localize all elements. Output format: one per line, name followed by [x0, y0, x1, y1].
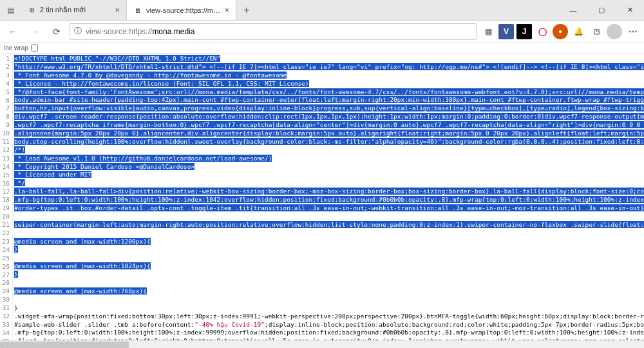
nav-forward-button[interactable]: → — [26, 23, 44, 41]
source-line[interactable]: * Load Awesome v1.1.0 (http://github.dan… — [14, 155, 644, 163]
ext-v-icon[interactable]: V — [498, 24, 514, 39]
toolbar: ← → ⟳ ⓘ view-source:https://mona.media ▦… — [0, 21, 644, 43]
tab-1[interactable]: ⊕ 2 tin nhắn mới × — [21, 0, 127, 20]
tab-2-close-icon[interactable]: × — [224, 5, 229, 15]
titlebar: ▤ ⊕ 2 tin nhắn mới × 🗎 view-source:https… — [0, 0, 644, 21]
source-line[interactable]: * Copyright 2015 Daniel Cardoso <@Daniel… — [14, 163, 644, 171]
tab-strip: ⊕ 2 tin nhắn mới × 🗎 view-source:https:/… — [21, 0, 257, 20]
source-line[interactable]: } — [14, 246, 644, 254]
new-tab-button[interactable]: + — [236, 0, 257, 20]
tab-1-close-icon[interactable]: × — [115, 5, 120, 15]
source-line[interactable]: */@font-face{font-family:'FontAwesome';s… — [14, 88, 644, 97]
source-line[interactable]: .widget-mfa-wrap{position:fixed;bottom:3… — [14, 313, 644, 321]
source-line[interactable]: "http://www.w3.org/TR/xhtml1/DTD/xhtml1-… — [14, 63, 644, 72]
horizontal-scrollbar[interactable] — [0, 340, 644, 348]
url-text: view-source:https://mona.media — [86, 27, 194, 36]
avatar-icon[interactable] — [607, 24, 622, 39]
window-maximize-button[interactable]: ▢ — [587, 0, 616, 20]
tab-2[interactable]: 🗎 view-source:https://mona.media × — [127, 0, 236, 20]
source-view: 1234567891011121314151617181920212223242… — [0, 54, 644, 340]
source-line[interactable]: .wpcf7 .wpcf7-recaptcha iframe{margin-bo… — [14, 121, 644, 130]
window-controls: — ▢ ✕ — [559, 0, 644, 20]
ext-orange-icon[interactable]: ● — [553, 24, 568, 39]
address-bar[interactable]: ⓘ view-source:https://mona.media — [70, 23, 477, 40]
source-line[interactable]: */ — [14, 179, 644, 188]
site-info-icon[interactable]: ⓘ — [74, 26, 82, 37]
linewrap-bar: ine wrap — [0, 43, 644, 54]
nav-reload-button[interactable]: ⟳ — [48, 23, 66, 41]
sidebar-toggle-icon[interactable]: ▤ — [0, 0, 21, 20]
ext-red-icon[interactable]: ◯ — [535, 24, 550, 39]
source-line[interactable] — [14, 213, 644, 221]
source-line[interactable]: @media screen and (max-width:1200px){ — [14, 238, 644, 246]
ext-bell-icon[interactable]: 🔔 — [571, 24, 586, 39]
nav-back-button[interactable]: ← — [4, 23, 22, 41]
linewrap-label: ine wrap — [4, 44, 28, 52]
menu-more-icon[interactable]: ⋯ — [625, 24, 640, 39]
source-line[interactable] — [14, 296, 644, 304]
source-line[interactable]: * Font Awesome 4.7.0 by @davegandy - htt… — [14, 72, 644, 80]
tab-1-favicon-icon: ⊕ — [27, 6, 36, 15]
source-line[interactable]: @media screen and (max-width:768px){ — [14, 287, 644, 296]
source-line[interactable]: * License - http://fontawesome.io/licens… — [14, 80, 644, 88]
window-minimize-button[interactable]: — — [559, 0, 587, 20]
source-line[interactable]: } — [14, 271, 644, 279]
tab-2-favicon-icon: 🗎 — [133, 6, 142, 15]
source-line[interactable] — [14, 279, 644, 287]
horizontal-scrollbar-thumb[interactable] — [0, 342, 129, 348]
linewrap-checkbox[interactable] — [31, 44, 38, 52]
source-line[interactable]: } — [14, 304, 644, 313]
tab-1-title: 2 tin nhắn mới — [40, 6, 111, 14]
source-line[interactable]: .alignnone{margin:5px 20px 20px 0}.align… — [14, 130, 644, 138]
ext-j-icon[interactable]: J — [516, 24, 532, 39]
source-line[interactable] — [14, 229, 644, 238]
source-line[interactable]: <!DOCTYPE html PUBLIC "-//W3C//DTD XHTML… — [14, 55, 644, 63]
tab-2-title: view-source:https://mona.media — [146, 6, 220, 14]
source-line[interactable]: .mfp-bg{top:0;left:0;width:100%;height:1… — [14, 329, 644, 337]
source-line[interactable]: /*! — [14, 146, 644, 155]
ext-gray-icon[interactable]: ▦ — [480, 24, 496, 39]
source-line[interactable]: .la-ball-fall,.la-ball-fall>div{position… — [14, 188, 644, 196]
source-line[interactable]: body.admin-bar #site-header{padding-top:… — [14, 96, 644, 104]
source-line[interactable] — [14, 254, 644, 262]
source-line[interactable]: .mfp-bg{top:0;left:0;width:100%;height:1… — [14, 196, 644, 204]
toolbar-extensions: ▦ V J ◯ ● 🔔 ◳ ⋯ — [480, 24, 640, 39]
source-line[interactable]: button,hr,input{overflow:visible}audio,c… — [14, 104, 644, 113]
source-line[interactable]: body.stop-scrolling{height:100%;overflow… — [14, 138, 644, 146]
source-code[interactable]: <!DOCTYPE html PUBLIC "-//W3C//DTD XHTML… — [13, 54, 644, 340]
source-line[interactable]: @media screen and (max-width:1024px){ — [14, 262, 644, 271]
source-line[interactable]: div.wpcf7 .screen-reader-response{positi… — [14, 113, 644, 121]
source-line[interactable]: #order-types .it .box,#order-detail .opt… — [14, 204, 644, 213]
source-line[interactable]: swiper-container{margin-left:auto;margin… — [14, 221, 644, 229]
ext-grid-icon[interactable]: ◳ — [589, 24, 604, 39]
source-line[interactable]: * Licensed under MIT — [14, 171, 644, 179]
source-line[interactable]: #sample-web-slider .slider .tmb a:before… — [14, 321, 644, 329]
window-close-button[interactable]: ✕ — [616, 0, 644, 20]
line-gutter: 1234567891011121314151617181920212223242… — [0, 54, 13, 340]
